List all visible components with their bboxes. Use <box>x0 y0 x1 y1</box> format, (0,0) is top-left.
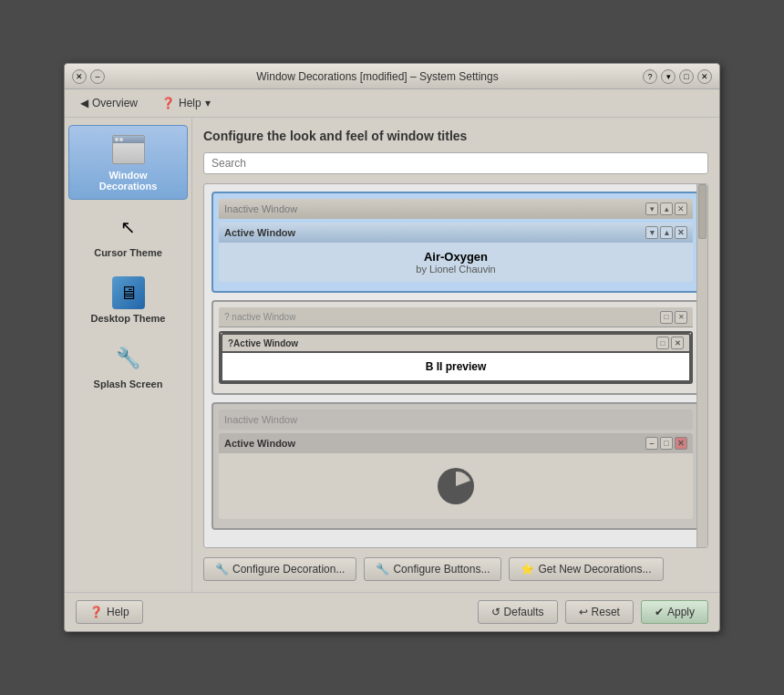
active-btn-close: ✕ <box>675 226 687 239</box>
cursor-active-btns: – □ ✕ <box>645 437 687 450</box>
cursor-inactive-titlebar: Inactive Window <box>219 410 693 430</box>
bottom-action-buttons: 🔧 Configure Decoration... 🔧 Configure Bu… <box>203 557 708 581</box>
sidebar-item-desktop-theme[interactable]: 🖥 Desktop Theme <box>68 269 188 331</box>
help-label: Help <box>179 97 201 109</box>
sidebar: WindowDecorations ↖ Cursor Theme 🖥 Deskt… <box>65 118 192 592</box>
bii-btn-close: ✕ <box>675 311 687 324</box>
active-btn-group: ▾ ▴ ✕ <box>645 226 687 239</box>
bii-active-btns: □ ✕ <box>656 337 684 349</box>
sidebar-item-window-decorations[interactable]: WindowDecorations <box>68 125 188 200</box>
cursor-btn-max: □ <box>660 437 673 450</box>
pacman-icon <box>434 464 478 508</box>
active-window-preview: Active Window ▾ ▴ ✕ Air-Oxygen by Lionel… <box>219 223 693 282</box>
bii-active-title: ?Active Window <box>228 338 298 348</box>
bii-active-btn-close: ✕ <box>671 337 684 349</box>
star-icon: ⭐ <box>521 563 534 576</box>
sidebar-item-cursor-theme[interactable]: ↖ Cursor Theme <box>68 203 188 265</box>
theme-item-b-ii[interactable]: ? nactive Window □ ✕ ?Active Window <box>211 300 700 395</box>
inactive-window-preview: Inactive Window ▾ ▴ ✕ <box>219 199 693 219</box>
active-btn-2: ▴ <box>660 226 673 239</box>
theme-item-air-oxygen[interactable]: Inactive Window ▾ ▴ ✕ Activ <box>211 192 700 293</box>
overview-button[interactable]: ◀ Overview <box>72 93 146 113</box>
close-button[interactable]: ✕ <box>72 69 87 84</box>
configure-decoration-icon: 🔧 <box>215 563 229 576</box>
bii-name-text: B II preview <box>426 360 487 373</box>
apply-button[interactable]: ✔ Apply <box>641 600 708 624</box>
active-titlebar: Active Window ▾ ▴ ✕ <box>219 223 693 243</box>
apply-label: Apply <box>667 606 695 618</box>
defaults-button[interactable]: ↺ Defaults <box>478 600 558 624</box>
configure-buttons-icon: 🔧 <box>376 563 389 576</box>
search-input[interactable] <box>203 152 708 174</box>
configure-buttons-label: Configure Buttons... <box>393 563 490 576</box>
theme-item-cursor[interactable]: Inactive Window Active Window – □ ✕ <box>211 402 700 530</box>
configure-decoration-button[interactable]: 🔧 Configure Decoration... <box>203 557 356 581</box>
sidebar-item-label-window-decorations: WindowDecorations <box>99 170 158 192</box>
bii-active-window: ?Active Window □ ✕ B II preview <box>219 331 693 384</box>
cursor-active-title: Active Window <box>224 438 295 449</box>
defaults-icon: ↺ <box>491 606 500 618</box>
bii-btn-1: □ <box>660 311 673 324</box>
scrollbar-thumb[interactable] <box>698 184 707 239</box>
theme-author: by Lionel Chauvin <box>226 264 686 275</box>
desktop-theme-icon: 🖥 <box>112 276 145 309</box>
sidebar-item-label-cursor-theme: Cursor Theme <box>94 247 162 258</box>
configure-decoration-label: Configure Decoration... <box>232 563 345 576</box>
bii-inactive-window: ? nactive Window □ ✕ <box>219 307 693 327</box>
main-window: ✕ – Window Decorations [modified] – Syst… <box>64 63 720 632</box>
get-new-decorations-button[interactable]: ⭐ Get New Decorations... <box>509 557 663 581</box>
help-footer-button[interactable]: ❓ Help <box>76 600 143 624</box>
maximize-button[interactable]: □ <box>679 69 694 84</box>
defaults-label: Defaults <box>504 606 544 618</box>
shade-button[interactable]: ▾ <box>661 69 676 84</box>
theme-name: Air-Oxygen <box>226 250 686 264</box>
help-title-button[interactable]: ? <box>643 69 657 84</box>
inactive-btn-group: ▾ ▴ ✕ <box>645 202 687 215</box>
get-new-decorations-label: Get New Decorations... <box>538 563 651 576</box>
title-bar-right: ? ▾ □ ✕ <box>643 69 712 84</box>
bii-active-titlebar: ?Active Window □ ✕ <box>221 333 691 353</box>
toolbar: ◀ Overview ❓ Help ▾ <box>65 89 719 118</box>
bii-theme-name: B II preview <box>221 353 691 382</box>
sidebar-item-label-desktop-theme: Desktop Theme <box>91 313 166 324</box>
inactive-window-title: Inactive Window <box>224 203 297 214</box>
inactive-btn-1: ▾ <box>645 202 658 215</box>
cursor-btn-min: – <box>645 437 658 450</box>
cursor-theme-content <box>219 453 693 519</box>
inactive-titlebar: Inactive Window ▾ ▴ ✕ <box>219 199 693 219</box>
window-decorations-icon <box>112 133 145 166</box>
configure-buttons-button[interactable]: 🔧 Configure Buttons... <box>364 557 501 581</box>
back-icon: ◀ <box>80 97 88 109</box>
close-title-button[interactable]: ✕ <box>697 69 712 84</box>
reset-button[interactable]: ↩ Reset <box>565 600 634 624</box>
themes-list[interactable]: Inactive Window ▾ ▴ ✕ Activ <box>203 183 708 548</box>
bii-active-btn-1: □ <box>656 337 669 349</box>
window-title: Window Decorations [modified] – System S… <box>112 70 643 83</box>
cursor-inactive-window: Inactive Window <box>219 410 693 430</box>
help-button[interactable]: ❓ Help ▾ <box>153 93 219 113</box>
footer-right: ↺ Defaults ↩ Reset ✔ Apply <box>478 600 708 624</box>
title-bar-buttons: ✕ – <box>72 69 105 84</box>
bii-inactive-btns: □ ✕ <box>660 311 687 324</box>
content-area: Configure the look and feel of window ti… <box>192 118 719 592</box>
help-footer-icon: ❓ <box>89 606 103 618</box>
help-footer-label: Help <box>107 606 129 618</box>
reset-label: Reset <box>592 606 620 618</box>
reset-icon: ↩ <box>579 606 588 618</box>
active-window-title: Active Window <box>224 227 295 238</box>
cursor-inactive-title: Inactive Window <box>224 414 297 425</box>
cursor-active-window: Active Window – □ ✕ <box>219 433 693 519</box>
footer-left: ❓ Help <box>76 600 143 624</box>
main-content: WindowDecorations ↖ Cursor Theme 🖥 Deskt… <box>65 118 719 592</box>
title-bar: ✕ – Window Decorations [modified] – Syst… <box>65 64 719 89</box>
chevron-down-icon: ▾ <box>205 97 211 109</box>
overview-label: Overview <box>92 97 138 109</box>
inactive-btn-close: ✕ <box>675 202 687 215</box>
sidebar-item-splash-screen[interactable]: 🔧 Splash Screen <box>68 335 188 397</box>
apply-icon: ✔ <box>655 606 664 618</box>
cursor-theme-icon: ↖ <box>112 211 145 244</box>
help-icon: ❓ <box>161 97 175 109</box>
window-footer: ❓ Help ↺ Defaults ↩ Reset ✔ Apply <box>65 592 719 631</box>
minimize-button[interactable]: – <box>90 69 105 84</box>
scrollbar-track[interactable] <box>696 184 707 547</box>
